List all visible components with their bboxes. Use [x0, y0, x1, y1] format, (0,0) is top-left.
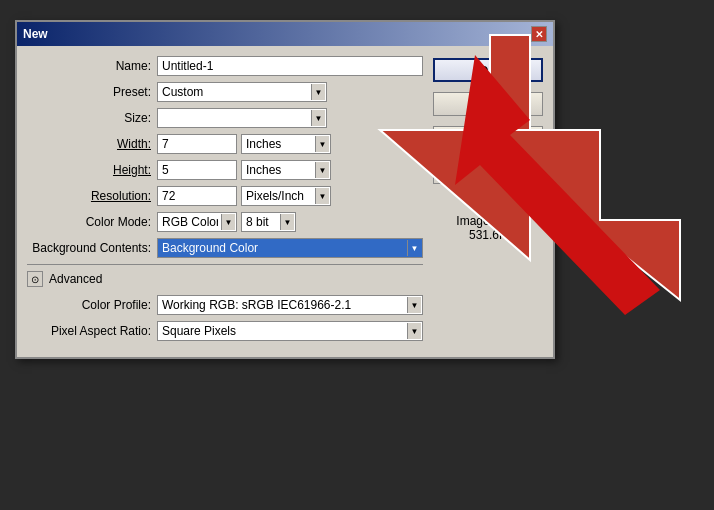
resolution-row: Resolution: Pixels/Inch Pixels/Cm ▼: [27, 186, 423, 206]
name-label: Name:: [27, 59, 157, 73]
resolution-label: Resolution:: [27, 189, 157, 203]
color-profile-row: Color Profile: Working RGB: sRGB IEC6196…: [27, 295, 423, 315]
image-size-label: Image Size:: [433, 214, 543, 228]
name-input[interactable]: [157, 56, 423, 76]
pixel-aspect-row: Pixel Aspect Ratio: Square Pixels D1/DV …: [27, 321, 423, 341]
color-mode-wrapper: RGB Color CMYK Color Lab Color Grayscale…: [157, 212, 237, 232]
advanced-title: Advanced: [49, 272, 102, 286]
height-unit-wrapper: Inches Pixels Centimeters ▼: [241, 160, 331, 180]
right-panel: OK Cancel Save Pre... Delete Pre... Imag…: [433, 56, 543, 347]
preset-select[interactable]: Custom Default Photoshop Size Letter A4: [157, 82, 327, 102]
close-button[interactable]: ✕: [531, 26, 547, 42]
width-unit-wrapper: Inches Pixels Centimeters ▼: [241, 134, 331, 154]
bg-select-wrapper: Background Color White Transparent ▼: [157, 238, 423, 258]
name-row: Name:: [27, 56, 423, 76]
size-select[interactable]: [157, 108, 327, 128]
bg-contents-row: Background Contents: Background Color Wh…: [27, 238, 423, 258]
pixel-aspect-select[interactable]: Square Pixels D1/DV NTSC: [157, 321, 423, 341]
image-size-section: Image Size: 531.6K: [433, 214, 543, 242]
size-select-wrapper: ▼: [157, 108, 327, 128]
delete-preset-button[interactable]: Delete Pre...: [433, 160, 543, 184]
dialog-title: New: [23, 27, 48, 41]
color-mode-select[interactable]: RGB Color CMYK Color Lab Color Grayscale: [157, 212, 237, 232]
width-row: Width: Inches Pixels Centimeters ▼: [27, 134, 423, 154]
image-size-value: 531.6K: [433, 228, 543, 242]
advanced-header: ⊙ Advanced: [27, 271, 423, 287]
title-bar: New ✕: [17, 22, 553, 46]
save-preset-button[interactable]: Save Pre...: [433, 126, 543, 150]
color-mode-label: Color Mode:: [27, 215, 157, 229]
width-label: Width:: [27, 137, 157, 151]
dialog-body: Name: Preset: Custom Default Photoshop S…: [17, 46, 553, 357]
color-profile-label: Color Profile:: [27, 298, 157, 312]
preset-select-wrapper: Custom Default Photoshop Size Letter A4 …: [157, 82, 327, 102]
bit-depth-wrapper: 8 bit 16 bit 32 bit ▼: [241, 212, 296, 232]
color-profile-select[interactable]: Working RGB: sRGB IEC61966-2.1 sRGB IEC6…: [157, 295, 423, 315]
advanced-section: ⊙ Advanced Color Profile: Working RGB: s…: [27, 264, 423, 341]
bit-depth-select[interactable]: 8 bit 16 bit 32 bit: [241, 212, 296, 232]
width-input[interactable]: [157, 134, 237, 154]
height-row: Height: Inches Pixels Centimeters ▼: [27, 160, 423, 180]
size-row: Size: ▼: [27, 108, 423, 128]
close-icon: ✕: [535, 29, 543, 40]
preset-row: Preset: Custom Default Photoshop Size Le…: [27, 82, 423, 102]
resolution-unit-select[interactable]: Pixels/Inch Pixels/Cm: [241, 186, 331, 206]
resolution-input[interactable]: [157, 186, 237, 206]
height-input[interactable]: [157, 160, 237, 180]
preset-label: Preset:: [27, 85, 157, 99]
bg-contents-select[interactable]: Background Color White Transparent: [157, 238, 423, 258]
pixel-aspect-wrapper: Square Pixels D1/DV NTSC ▼: [157, 321, 423, 341]
advanced-toggle-icon: ⊙: [31, 274, 39, 285]
left-panel: Name: Preset: Custom Default Photoshop S…: [27, 56, 423, 347]
advanced-toggle-button[interactable]: ⊙: [27, 271, 43, 287]
new-document-dialog: New ✕ Name: Preset: Custom Default Photo…: [15, 20, 555, 359]
ok-button[interactable]: OK: [433, 58, 543, 82]
color-profile-wrapper: Working RGB: sRGB IEC61966-2.1 sRGB IEC6…: [157, 295, 423, 315]
width-unit-select[interactable]: Inches Pixels Centimeters: [241, 134, 331, 154]
resolution-unit-wrapper: Pixels/Inch Pixels/Cm ▼: [241, 186, 331, 206]
color-mode-row: Color Mode: RGB Color CMYK Color Lab Col…: [27, 212, 423, 232]
height-label: Height:: [27, 163, 157, 177]
bg-contents-label: Background Contents:: [27, 241, 157, 255]
height-unit-select[interactable]: Inches Pixels Centimeters: [241, 160, 331, 180]
cancel-button[interactable]: Cancel: [433, 92, 543, 116]
size-label: Size:: [27, 111, 157, 125]
pixel-aspect-label: Pixel Aspect Ratio:: [27, 324, 157, 338]
